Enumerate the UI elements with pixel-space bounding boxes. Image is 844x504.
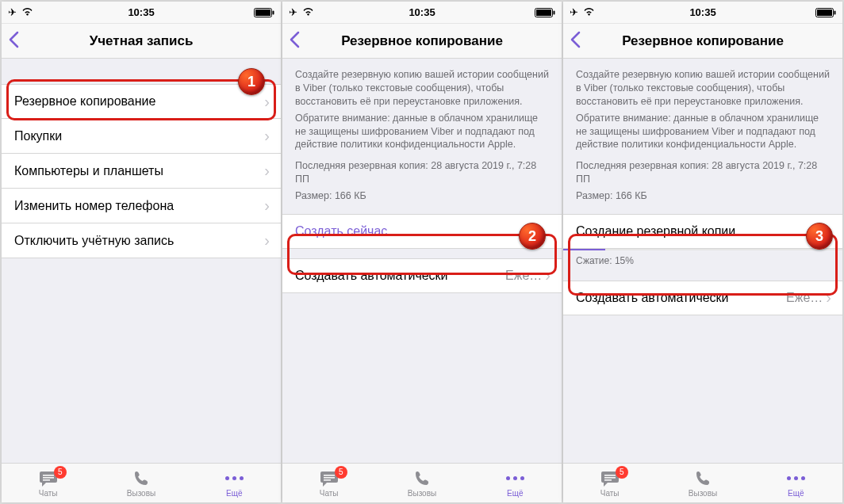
progress-bar [563,249,842,250]
chevron-right-icon: › [264,93,270,111]
wifi-icon [302,6,314,18]
tab-calls[interactable]: Вызовы [94,464,187,502]
svg-rect-17 [604,479,612,481]
status-time: 10:35 [409,6,435,18]
tab-more[interactable]: Ещё [188,464,281,502]
progress-subtext: Сжатие: 15% [563,250,842,271]
cell-label: Резервное копирование [14,94,264,109]
status-bar: ✈︎ 10:35 [282,2,562,24]
cell-label: Создать сейчас [295,224,551,239]
svg-rect-13 [817,10,832,16]
backup-in-progress-row: Создание резервной копии [563,214,842,249]
svg-rect-5 [43,479,50,481]
tab-bar: 5 Чаты Вызовы Ещё [282,463,562,502]
back-button[interactable] [570,31,581,52]
tab-calls[interactable]: Вызовы [375,464,468,502]
tab-bar: 5 Чаты Вызовы Ещё [2,463,281,502]
chevron-right-icon: › [545,266,551,284]
cell-label: Покупки [14,129,264,143]
page-title: Резервное копирование [622,33,784,49]
svg-rect-9 [324,475,335,476]
chevron-right-icon: › [264,162,270,180]
battery-icon [254,3,274,21]
battery-icon [535,3,555,21]
tab-chats[interactable]: 5 Чаты [282,464,375,502]
more-icon [224,469,245,488]
page-title: Резервное копирование [341,33,503,49]
cell-label: Создавать автоматически [576,291,786,305]
step-marker-3: 3 [806,223,833,250]
svg-rect-15 [604,475,616,476]
cell-label: Создание резервной копии [576,224,831,239]
tab-label: Ещё [507,489,523,498]
chevron-right-icon: › [264,197,270,215]
cell-label: Компьютеры и планшеты [14,164,264,178]
tab-label: Чаты [320,489,339,498]
tab-calls[interactable]: Вызовы [656,464,749,502]
nav-bar: Учетная запись [2,24,281,59]
more-icon [504,469,526,488]
phone-screen-1: ✈︎ 10:35 Учетная запись Резервное копиро… [2,2,281,502]
page-title: Учетная запись [90,33,194,49]
status-bar: ✈︎ 10:35 [2,2,281,24]
airplane-mode-icon: ✈︎ [570,6,578,18]
status-bar: ✈︎ 10:35 [563,2,842,24]
tab-chats[interactable]: 5 Чаты [563,464,656,502]
backup-info-text: Создайте резервную копию вашей истории с… [563,59,842,214]
step-marker-2: 2 [519,223,546,250]
more-icon [785,469,807,488]
svg-rect-16 [604,477,616,479]
auto-backup-row[interactable]: Создавать автоматически Еже… › [563,281,842,315]
tab-bar: 5 Чаты Вызовы Ещё [563,463,842,502]
tab-label: Вызовы [127,489,155,498]
tab-label: Чаты [39,489,58,498]
tab-chats[interactable]: 5 Чаты [2,464,94,502]
airplane-mode-icon: ✈︎ [8,6,17,18]
chevron-right-icon: › [264,127,270,145]
svg-rect-14 [834,11,836,15]
menu-item-backup[interactable]: Резервное копирование › [2,84,281,119]
chevron-right-icon: › [264,231,270,250]
menu-item-deactivate[interactable]: Отключить учётную запись › [2,223,281,258]
battery-icon [815,3,836,21]
svg-rect-10 [324,477,335,479]
menu-item-change-number[interactable]: Изменить номер телефона › [2,189,281,223]
phone-screen-3: ✈︎ 10:35 Резервное копирование Создайте … [563,2,842,502]
step-marker-1: 1 [238,68,265,95]
svg-rect-3 [43,475,54,476]
svg-rect-4 [43,477,54,479]
backup-info-text: Создайте резервную копию вашей истории с… [282,59,562,214]
nav-bar: Резервное копирование [563,24,842,59]
tab-more[interactable]: Ещё [469,464,562,502]
cell-value: Еже… [505,269,542,283]
tab-label: Ещё [226,489,242,498]
nav-bar: Резервное копирование [282,24,562,59]
chats-badge: 5 [54,466,67,479]
chevron-right-icon: › [826,288,831,307]
chats-badge: 5 [616,466,628,479]
cell-label: Отключить учётную запись [14,234,264,248]
status-time: 10:35 [128,6,154,18]
tab-more[interactable]: Ещё [750,464,842,502]
chats-badge: 5 [335,466,347,479]
svg-rect-7 [536,10,551,16]
auto-backup-row[interactable]: Создавать автоматически Еже… › [282,258,562,293]
tab-label: Чаты [600,489,620,498]
back-button[interactable] [289,31,300,52]
tab-label: Ещё [788,489,804,498]
cell-label: Создавать автоматически [295,269,505,283]
cell-value: Еже… [786,291,823,305]
back-button[interactable] [8,31,19,52]
cell-label: Изменить номер телефона [14,199,264,213]
tab-label: Вызовы [689,489,717,498]
svg-rect-11 [324,479,331,481]
wifi-icon [583,6,595,18]
tab-label: Вызовы [408,489,436,498]
menu-item-purchases[interactable]: Покупки › [2,119,281,154]
svg-rect-8 [554,11,555,15]
phone-screen-2: ✈︎ 10:35 Резервное копирование Создайте … [282,2,562,502]
airplane-mode-icon: ✈︎ [289,6,297,18]
wifi-icon [21,6,33,18]
svg-rect-1 [255,10,270,16]
menu-item-computers[interactable]: Компьютеры и планшеты › [2,154,281,189]
